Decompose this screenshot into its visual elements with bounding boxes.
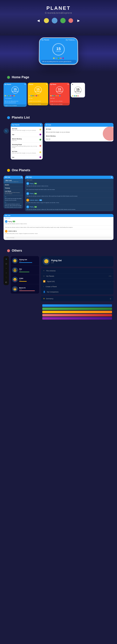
sidebar-extra-msgs: 0/1 ... Who would have thought that Wolf…	[4, 195, 23, 209]
user-zac[interactable]: 😎 Zac Lv6	[11, 266, 39, 275]
dormancy-label: Dormancy	[46, 298, 53, 300]
next-arrow[interactable]: ▶	[76, 18, 81, 23]
phone-screen: My Planets My Treasury... 15 PLANETS WE …	[39, 38, 78, 64]
menu-companions[interactable]: 👤 My Companions	[41, 289, 113, 294]
user-baron-level: Lv11	[19, 289, 38, 290]
sidebar-msg-2: 0/1 ...	[5, 202, 22, 203]
chat-msg-icon: ☰	[111, 176, 112, 178]
card-blue-circle: 15 PLANETS	[11, 86, 19, 94]
planet-2[interactable]	[52, 18, 57, 24]
detail-movie-name: Movie Monkey	[46, 135, 112, 137]
home-page-dot	[7, 76, 10, 79]
card-white-header: ⚙	[71, 83, 85, 86]
phone-dots-row	[39, 56, 77, 60]
list-dot-1	[40, 129, 41, 130]
chat-sub-header: ‹ Main Land+	[25, 179, 113, 181]
chat-right-input[interactable]: Type a message...	[5, 236, 112, 239]
phone-header-left: My Planets	[41, 39, 49, 41]
menu-my-planets[interactable]: ◎ My Planets (11)	[41, 274, 113, 279]
menu-create-planet[interactable]: + Create a Planet	[41, 284, 113, 289]
color-bar-5	[42, 317, 112, 320]
dormancy-toggle-icon[interactable]: ◐	[110, 298, 111, 300]
user-coki-avatar: 😝	[12, 277, 18, 282]
card-blue-num: 15	[14, 88, 17, 91]
list-item-2[interactable]: Sal	[11, 132, 43, 137]
phone-card-text: WE are any talking about the success gam…	[42, 61, 71, 62]
list-item-4-title: Running Road	[12, 144, 38, 145]
chat-msg-2: Who would have thought that Wolfs hautku…	[25, 188, 113, 191]
list-item-5[interactable]: 60 Club WE are both 60e tonight, no cry …	[11, 150, 43, 155]
card-red-header: My Planet ☰	[49, 83, 70, 86]
nav-live-room[interactable]: Live Room ever thought that Wolfs Nautku…	[4, 190, 23, 195]
home-page-section: My Planets ⚙ 15 PLANETS "The Avengers" W…	[0, 81, 117, 112]
nav-live-room-label: Live Room	[5, 190, 11, 192]
card-yellow-header: Planets ☰	[28, 83, 48, 86]
list-item-6[interactable]: Sal	[11, 155, 43, 160]
app-subtitle: Create&Join&Explore	[0, 12, 117, 14]
sidebar-icon-2[interactable]: ◎	[5, 262, 7, 265]
dot-w2	[74, 95, 75, 96]
home-page-title: Home Page	[12, 76, 29, 79]
dot-b3	[8, 95, 10, 96]
card-red-circle: 15 PLANETS	[56, 86, 63, 94]
dot-b2	[7, 95, 8, 96]
menu-signal-label: Signal (40)	[47, 280, 55, 282]
profile-info: Flying Get Lv3	[51, 259, 62, 264]
user-flying[interactable]: 😊 Flying Get Lv3	[11, 256, 39, 266]
refresh-icon[interactable]: ↻	[4, 128, 9, 134]
nav-treasury[interactable]: Treasury	[4, 186, 23, 190]
list-item-1[interactable]: 60 Club WE are both 60e tonight, no cry …	[11, 127, 43, 132]
card-yellow-footer-text: tonight, bo cry no chinese	[29, 104, 41, 105]
sidebar-icon-1[interactable]: ≡	[6, 258, 7, 260]
color-bar-2	[42, 308, 112, 310]
list-item-3[interactable]: Movie Monkey Kiss me	[11, 137, 43, 142]
detail-club-name: 60 Club	[46, 128, 112, 130]
companions-icon: 👤	[43, 291, 46, 293]
list-item-2-info: Sal	[12, 134, 38, 136]
list-item-4-info: Running Road Running something talking a…	[12, 144, 38, 148]
sidebar-icon-5[interactable]: ♡	[5, 276, 7, 279]
chat-user-5-name: Flying	[30, 206, 34, 208]
sidebar-icon-6[interactable]: ◐	[5, 281, 7, 284]
list-item-1-title: 60 Club	[12, 128, 38, 130]
sidebar-icon-3[interactable]: ~	[6, 267, 7, 270]
phone-dot-4	[60, 58, 62, 59]
user-coki[interactable]: 😝 COKI Lv1	[11, 275, 39, 284]
one-planets-title: One Planets	[12, 168, 30, 172]
prev-arrow[interactable]: ◀	[36, 18, 41, 23]
list-item-4-sub: Running something talking about any runn…	[12, 146, 38, 148]
sidebar-icon-4[interactable]: ☆	[5, 272, 7, 274]
chat-badge-5: Lv3	[34, 206, 37, 208]
chat-msg-5-user: F Flying Lv3	[26, 206, 112, 208]
others-container: ≡ ◎ ~ ☆ ♡ ◐ 😊 Flying Get Lv3 😎 Zac Lv	[4, 256, 113, 321]
planets-list-title: Planets List	[12, 116, 30, 120]
nav-garden[interactable]: Garden	[4, 183, 23, 186]
planet-4[interactable]	[68, 18, 73, 23]
card-red-title: My Planet	[50, 84, 56, 85]
card-red-clubname: that Club	[49, 97, 70, 100]
menu-companions-label: My Companions	[47, 291, 59, 293]
chat-sidebar-icon: ☰	[21, 176, 22, 178]
list-dot-5	[40, 151, 41, 153]
user-zac-name: Zac	[19, 268, 38, 270]
card-red-dots	[49, 94, 70, 97]
list-item-4[interactable]: Running Road Running something talking a…	[11, 142, 43, 150]
color-bars-panel	[41, 303, 113, 321]
card-blue-header: My Planets ⚙	[4, 83, 27, 86]
planet-3[interactable]	[60, 18, 66, 23]
list-dot-2	[40, 134, 41, 136]
chat-msg-5: F Flying Lv3 That was the ultimate count…	[25, 204, 113, 211]
nav-main-land[interactable]: ‹ Main Land ultimate counter to fakere l…	[4, 179, 23, 183]
profile-card: 😊 Flying Get Lv3	[41, 256, 113, 267]
phone-circle-label: PLANETS	[56, 51, 61, 52]
menu-universe[interactable]: ✦ The Universe	[41, 268, 113, 274]
card-blue-avengers: "The Avengers"	[4, 97, 27, 100]
chat-msg-4: C COKI B. Will S. Will So that's what po…	[25, 198, 113, 204]
planet-1[interactable]	[44, 18, 49, 23]
card-blue: My Planets ⚙ 15 PLANETS "The Avengers" W…	[4, 83, 27, 107]
user-baron[interactable]: 🤠 Baron N Lv11	[11, 284, 39, 294]
dot-b5	[12, 95, 13, 96]
color-bar-4	[42, 314, 112, 316]
phone-card: WE are any talking about the success gam…	[41, 60, 76, 63]
menu-signal[interactable]: 📶 Signal (40)	[41, 279, 113, 284]
